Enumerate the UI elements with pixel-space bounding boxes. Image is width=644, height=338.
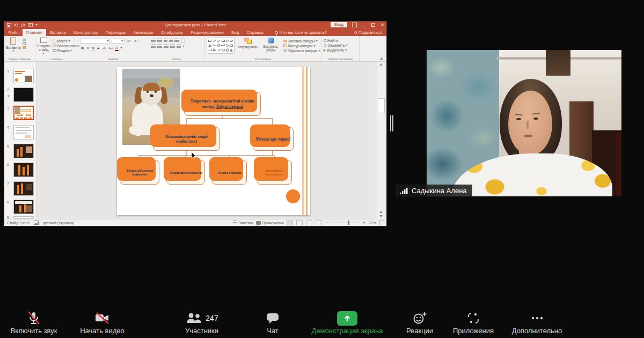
slide-thumbnail[interactable]: 8 <box>4 200 36 215</box>
slide-thumbnail[interactable]: 5 <box>4 144 36 159</box>
zoom-slider-knob[interactable] <box>348 221 349 225</box>
spellcheck-icon[interactable] <box>34 221 39 225</box>
share-button[interactable]: Поделиться <box>354 30 386 36</box>
panel-drag-handle[interactable] <box>390 115 393 131</box>
select-button[interactable]: Выделить <box>324 48 358 52</box>
tab-file[interactable]: Файл <box>4 29 23 36</box>
tab-insert[interactable]: Вставка <box>46 29 70 36</box>
slide-sorter-view-button[interactable] <box>296 221 303 225</box>
tellme-box[interactable]: Что вы хотите сделать? <box>275 30 327 36</box>
find-button[interactable]: Найти <box>324 39 358 42</box>
text-direction-icon[interactable] <box>181 39 185 42</box>
next-slide-icon[interactable] <box>379 215 383 217</box>
format-painter-icon[interactable] <box>23 46 26 49</box>
bold-button[interactable]: Ж <box>80 46 85 50</box>
close-icon[interactable]: ✕ <box>380 23 385 27</box>
zoom-out-button[interactable]: − <box>325 220 328 225</box>
char-spacing-button[interactable]: аб <box>101 46 106 50</box>
fit-slide-button[interactable] <box>379 221 384 225</box>
signin-button[interactable]: Вход <box>331 22 347 27</box>
slide-scrollbar[interactable] <box>377 62 385 219</box>
slide-thumbnail[interactable]: 2 ★ <box>4 87 36 103</box>
tab-view[interactable]: Вид <box>228 29 243 36</box>
shrink-font-icon[interactable]: А˅ <box>133 39 139 43</box>
slide-thumbnail[interactable]: 7 <box>4 181 36 197</box>
slide-canvas[interactable]: Теоретико- методологічні основи методу Х… <box>117 67 310 215</box>
save-icon[interactable] <box>7 23 11 27</box>
new-slide-button[interactable]: Создать слайд <box>37 38 50 54</box>
shape-outline-button[interactable]: Контур фигуры <box>283 44 320 48</box>
numbering-icon[interactable] <box>157 39 162 42</box>
previous-slide-icon[interactable] <box>379 211 383 213</box>
align-center-icon[interactable] <box>157 45 162 48</box>
strikethrough-button[interactable]: S <box>97 46 100 50</box>
font-name-select[interactable] <box>80 39 110 43</box>
unmute-button[interactable]: Включить звук <box>4 310 63 338</box>
justify-icon[interactable] <box>170 45 175 48</box>
font-color-dropdown-icon[interactable] <box>120 47 122 49</box>
layout-button[interactable]: Макет <box>53 39 80 43</box>
normal-view-button[interactable] <box>287 221 293 225</box>
notes-button[interactable]: Заметки <box>233 221 253 225</box>
redo-icon[interactable] <box>21 23 25 27</box>
align-left-icon[interactable] <box>151 45 156 48</box>
font-color-button[interactable]: А <box>115 46 119 51</box>
increase-indent-icon[interactable] <box>169 39 173 42</box>
scroll-up-icon[interactable] <box>379 63 383 65</box>
zoom-slider[interactable] <box>332 223 360 223</box>
slide-box-intuitive-drawing[interactable]: Інтуїтивне малювання <box>257 160 292 185</box>
language-indicator[interactable]: русский (Украина) <box>43 221 74 225</box>
tab-help[interactable]: Справка <box>243 29 267 36</box>
bullets-icon[interactable] <box>151 39 156 42</box>
paste-button[interactable]: Вставить <box>6 38 21 52</box>
slide-box-art-methods[interactable]: Методи арт-терапії <box>253 127 294 151</box>
change-case-button[interactable]: Аа <box>108 46 113 50</box>
underline-button[interactable]: Ч <box>92 46 96 50</box>
grow-font-icon[interactable]: А^ <box>126 39 131 43</box>
collapse-ribbon-icon[interactable] <box>380 57 383 60</box>
cut-icon[interactable] <box>23 39 26 41</box>
shape-fill-button[interactable]: Заливка фигуры <box>283 39 320 43</box>
start-video-button[interactable]: Начать видео <box>71 310 133 338</box>
arrange-button[interactable]: Упорядочить <box>237 38 259 49</box>
slide-thumbnail-selected[interactable]: 3 <box>4 106 36 122</box>
restore-icon[interactable] <box>371 23 375 27</box>
section-button[interactable]: Раздел <box>53 49 80 53</box>
decrease-indent-icon[interactable] <box>164 39 167 42</box>
align-right-icon[interactable] <box>164 45 169 48</box>
participant-video-tile[interactable] <box>427 50 621 196</box>
tab-design[interactable]: Конструктор <box>70 29 102 36</box>
tab-slideshow[interactable]: Слайд-шоу <box>157 29 187 36</box>
copy-icon[interactable] <box>23 42 26 45</box>
slide-title-box[interactable]: Теоретико- методологічні основи методу Х… <box>184 92 261 116</box>
tab-transitions[interactable]: Переходы <box>101 29 129 36</box>
ribbon-display-options-icon[interactable] <box>352 23 357 27</box>
tab-home[interactable]: Главная <box>23 29 46 36</box>
undo-icon[interactable] <box>14 23 18 27</box>
reactions-button[interactable]: Реакции <box>399 310 440 338</box>
slide-thumbnail[interactable]: 1 <box>4 69 36 84</box>
zoom-in-button[interactable]: + <box>363 220 365 225</box>
comments-button[interactable]: Примечания <box>256 221 283 225</box>
slide-thumbnail[interactable]: 6 <box>4 163 36 178</box>
zoom-percentage[interactable]: 72% <box>369 221 376 225</box>
italic-button[interactable]: К <box>86 46 90 50</box>
participants-button[interactable]: 247 Участники <box>171 310 233 338</box>
slide-box-care[interactable]: Теорія турботи <box>212 160 247 185</box>
slide-box-attachment[interactable]: Теорія прив’язаності <box>166 160 205 185</box>
tab-review[interactable]: Рецензирование <box>187 29 228 36</box>
start-slideshow-icon[interactable] <box>28 23 33 27</box>
apps-button[interactable]: Приложения <box>443 310 503 338</box>
line-spacing-icon[interactable] <box>174 39 179 42</box>
quick-styles-button[interactable]: Экспресс-стили <box>261 38 281 52</box>
minimize-icon[interactable] <box>362 23 367 27</box>
qat-dropdown-icon[interactable] <box>35 24 38 26</box>
shape-effects-button[interactable]: Эффекты фигуры <box>283 49 320 53</box>
columns-icon[interactable] <box>177 45 181 48</box>
share-screen-button[interactable]: Демонстрация экрана <box>298 310 396 338</box>
chat-button[interactable]: Чат <box>251 310 294 338</box>
tab-animations[interactable]: Анимации <box>129 29 157 36</box>
slide-thumbnail[interactable]: 4 <box>4 125 36 141</box>
scrollbar-thumb[interactable] <box>378 98 385 113</box>
replace-button[interactable]: Заменить <box>324 43 358 47</box>
